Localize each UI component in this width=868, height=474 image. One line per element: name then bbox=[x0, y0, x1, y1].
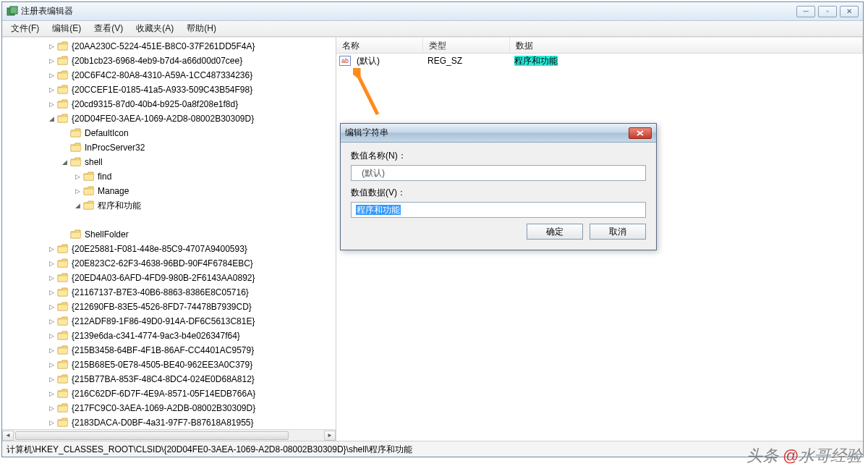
tree-item[interactable]: ▷{20b1cb23-6968-4eb9-b7d4-a66d00d07cee} bbox=[2, 54, 336, 68]
tree-item[interactable]: ▷find bbox=[2, 169, 336, 184]
expand-icon[interactable]: ▷ bbox=[47, 259, 56, 268]
dialog-titlebar[interactable]: 编辑字符串 bbox=[341, 124, 656, 143]
list-row[interactable]: (默认) REG_SZ 程序和功能 bbox=[336, 54, 863, 68]
tree-item[interactable]: ◢shell bbox=[2, 155, 336, 169]
tree-item[interactable]: ShellFolder bbox=[2, 227, 336, 242]
tree-panel[interactable]: ▷{20AA230C-5224-451E-B8C0-37F261DD5F4A}▷… bbox=[2, 38, 336, 441]
tree-item[interactable]: ▷{215B77BA-853F-48C4-8DC4-024E0D68A812} bbox=[2, 372, 336, 386]
scroll-thumb[interactable] bbox=[15, 431, 289, 440]
scroll-right-button[interactable]: ► bbox=[324, 431, 336, 441]
maximize-button[interactable]: ▫ bbox=[818, 6, 837, 17]
tree-label: DefaultIcon bbox=[85, 128, 129, 138]
folder-icon bbox=[57, 389, 69, 399]
tree-label: {20AA230C-5224-451E-B8C0-37F261DD5F4A} bbox=[72, 41, 255, 51]
titlebar[interactable]: 注册表编辑器 ─ ▫ ✕ bbox=[2, 2, 863, 21]
tree-item[interactable]: ▷{212ADF89-1F86-49D0-914A-DF6C5613C81E} bbox=[2, 314, 336, 329]
expand-icon[interactable]: ▷ bbox=[47, 288, 56, 297]
expand-icon[interactable]: ▷ bbox=[73, 187, 82, 195]
tree-label: {2139e6da-c341-4774-9ac3-b4e026347f64} bbox=[72, 331, 240, 341]
tree-item[interactable]: ▷{21167137-B7E3-40B6-8863-8386E8C05716} bbox=[2, 285, 336, 300]
expand-icon[interactable]: ▷ bbox=[47, 360, 56, 369]
tree-label: ShellFolder bbox=[85, 229, 129, 240]
tree-label: {215B3458-64BF-4F1B-86AF-CC4401AC9579} bbox=[72, 345, 254, 355]
scroll-left-button[interactable]: ◄ bbox=[2, 431, 14, 441]
h-scrollbar[interactable]: ◄ ► bbox=[2, 429, 336, 441]
statusbar: 计算机\HKEY_CLASSES_ROOT\CLSID\{20D04FE0-3A… bbox=[2, 441, 863, 457]
expand-icon[interactable]: ▷ bbox=[47, 375, 56, 384]
tree-item[interactable]: ▷{216C62DF-6D7F-4E9A-8571-05F14EDB766A} bbox=[2, 386, 336, 401]
expand-icon[interactable]: ▷ bbox=[47, 418, 56, 427]
tree-item[interactable]: ▷{20E823C2-62F3-4638-96BD-90F4F6784EBC} bbox=[2, 256, 336, 271]
window-title: 注册表编辑器 bbox=[21, 5, 796, 17]
tree-item[interactable]: ▷{215B68E5-0E78-4505-BE40-962EE3A0C379} bbox=[2, 357, 336, 372]
col-name[interactable]: 名称 bbox=[336, 38, 423, 53]
menu-view[interactable]: 查看(V) bbox=[88, 21, 129, 36]
folder-icon bbox=[57, 316, 69, 326]
expand-icon[interactable]: ▷ bbox=[47, 404, 56, 412]
tree-item[interactable]: ▷{215B3458-64BF-4F1B-86AF-CC4401AC9579} bbox=[2, 343, 336, 357]
no-expander bbox=[60, 129, 69, 137]
dialog-close-button[interactable] bbox=[629, 127, 652, 139]
tree-label: {20cd9315-87d0-40b4-b925-0a8f208e1f8d} bbox=[72, 99, 238, 109]
tree-item[interactable]: ▷{217FC9C0-3AEA-1069-A2DB-08002B30309D} bbox=[2, 401, 336, 415]
minimize-button[interactable]: ─ bbox=[796, 6, 815, 17]
folder-icon bbox=[57, 114, 69, 124]
tree-label: {20ED4A03-6AFD-4FD9-980B-2F6143AA0892} bbox=[72, 273, 255, 283]
col-type[interactable]: 类型 bbox=[423, 38, 510, 53]
tree-item[interactable]: ▷{20CCEF1E-0185-41a5-A933-509C43B54F98} bbox=[2, 82, 336, 97]
cell-data: 程序和功能 bbox=[510, 55, 562, 67]
col-data[interactable]: 数据 bbox=[510, 38, 863, 53]
menu-help[interactable]: 帮助(H) bbox=[181, 21, 222, 36]
tree-item[interactable]: ◢程序和功能 bbox=[2, 198, 336, 213]
tree-item[interactable]: DefaultIcon bbox=[2, 126, 336, 140]
expand-icon[interactable]: ▷ bbox=[47, 274, 56, 282]
expand-icon[interactable]: ▷ bbox=[47, 100, 56, 109]
tree-item[interactable]: ▷{2183DACA-D0BF-4a31-97F7-B87618A81955} bbox=[2, 415, 336, 430]
expand-icon[interactable]: ▷ bbox=[47, 56, 56, 65]
expand-icon[interactable]: ▷ bbox=[47, 302, 56, 311]
dialog-title: 编辑字符串 bbox=[345, 127, 629, 139]
ok-button[interactable]: 确定 bbox=[527, 224, 583, 240]
tree-item[interactable]: ▷{20E25881-F081-448e-85C9-4707A9400593} bbox=[2, 242, 336, 256]
expand-icon[interactable]: ▷ bbox=[73, 172, 82, 181]
collapse-icon[interactable]: ◢ bbox=[60, 158, 69, 166]
menu-favorites[interactable]: 收藏夹(A) bbox=[130, 21, 179, 36]
folder-icon bbox=[70, 157, 82, 167]
cancel-button[interactable]: 取消 bbox=[590, 224, 646, 240]
tree-item[interactable]: ▷{20AA230C-5224-451E-B8C0-37F261DD5F4A} bbox=[2, 39, 336, 54]
tree-item[interactable]: ▷{2139e6da-c341-4774-9ac3-b4e026347f64} bbox=[2, 329, 336, 343]
expand-icon[interactable]: ▷ bbox=[47, 389, 56, 398]
menu-edit[interactable]: 编辑(E) bbox=[46, 21, 87, 36]
close-button[interactable]: ✕ bbox=[840, 6, 859, 17]
expand-icon[interactable]: ▷ bbox=[47, 245, 56, 253]
expand-icon[interactable]: ▷ bbox=[47, 346, 56, 355]
tree-label: InProcServer32 bbox=[85, 143, 145, 153]
collapse-icon[interactable]: ◢ bbox=[73, 201, 82, 210]
expand-icon[interactable]: ▷ bbox=[47, 71, 56, 80]
tree-item[interactable]: ▷{212690FB-83E5-4526-8FD7-74478B7939CD} bbox=[2, 300, 336, 314]
tree-item[interactable]: InProcServer32 bbox=[2, 140, 336, 155]
tree-item[interactable]: ▷Manage bbox=[2, 184, 336, 198]
tree-item[interactable] bbox=[2, 213, 336, 227]
menu-file[interactable]: 文件(F) bbox=[5, 21, 45, 36]
expand-icon[interactable]: ▷ bbox=[47, 317, 56, 326]
folder-icon bbox=[57, 99, 69, 109]
tree-label: {216C62DF-6D7F-4E9A-8571-05F14EDB766A} bbox=[72, 389, 255, 399]
expand-icon[interactable]: ▷ bbox=[47, 331, 56, 340]
tree-label: 程序和功能 bbox=[98, 200, 141, 212]
tree-item[interactable]: ▷{20C6F4C2-80A8-4310-A59A-1CC487334236} bbox=[2, 68, 336, 82]
tree-item[interactable]: ▷{20cd9315-87d0-40b4-b925-0a8f208e1f8d} bbox=[2, 97, 336, 111]
expand-icon[interactable]: ▷ bbox=[47, 85, 56, 94]
expand-icon[interactable]: ▷ bbox=[47, 42, 56, 51]
tree-item[interactable]: ▷{20ED4A03-6AFD-4FD9-980B-2F6143AA0892} bbox=[2, 271, 336, 285]
tree-label: shell bbox=[85, 157, 103, 167]
collapse-icon[interactable]: ◢ bbox=[47, 114, 56, 123]
cell-type: REG_SZ bbox=[423, 56, 510, 66]
value-data-input[interactable]: 程序和功能 bbox=[351, 202, 646, 218]
value-name-label: 数值名称(N)： bbox=[351, 150, 646, 162]
tree-item[interactable]: ◢{20D04FE0-3AEA-1069-A2D8-08002B30309D} bbox=[2, 111, 336, 126]
value-data-label: 数值数据(V)： bbox=[351, 187, 646, 199]
watermark: 头条 @水哥经验 bbox=[746, 445, 862, 467]
list-header[interactable]: 名称 类型 数据 bbox=[336, 38, 863, 54]
value-name-input[interactable]: (默认) bbox=[351, 165, 646, 181]
